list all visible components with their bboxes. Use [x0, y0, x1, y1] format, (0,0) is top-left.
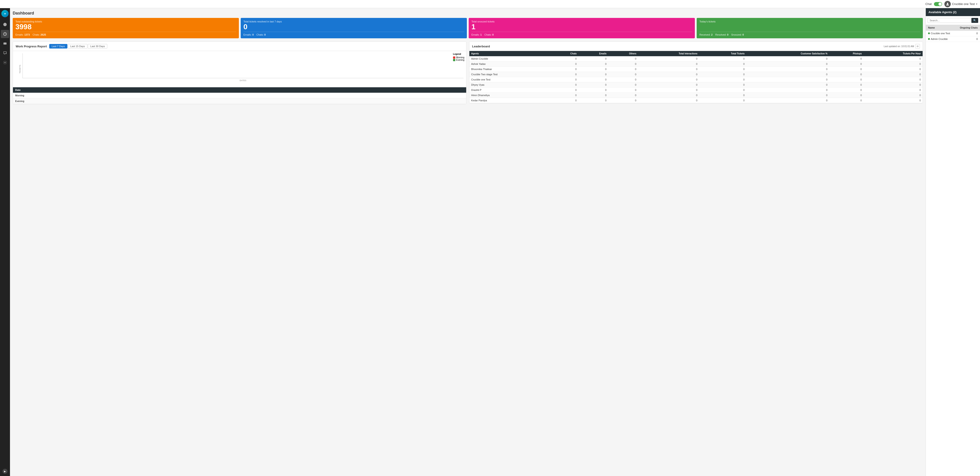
list-item: Crucible one Test 0: [926, 30, 980, 36]
sidebar-item-ticket[interactable]: [1, 40, 9, 48]
page-title: Dashboard: [13, 11, 923, 16]
table-row: Drashti P 0 0 0 0 0 0 0 0: [469, 87, 923, 93]
col-emails: Emails: [579, 51, 608, 56]
agent-chats: 0: [551, 67, 579, 72]
agents-table-header-row: Name Ongoing Chats: [926, 25, 980, 30]
agent-emails: 0: [579, 62, 608, 67]
agent-chats: 0: [551, 56, 579, 62]
col-total-tickets: Total Tickets: [699, 51, 746, 56]
table-row: Crucible one Test 0 0 0 0 0 0 0 0: [469, 77, 923, 82]
today-resolved: Resolved: 0: [715, 33, 729, 36]
agent-others: 0: [608, 72, 638, 77]
tab-last-15-days[interactable]: Last 15 Days: [68, 44, 88, 49]
today-received: Received: 2: [699, 33, 713, 36]
agent-name: Crucible one Test: [926, 30, 955, 36]
col-csat: Customer Satisfaction %: [746, 51, 829, 56]
agent-total-tickets: 0: [699, 82, 746, 87]
table-row: Bhoomika Thakkar 0 0 0 0 0 0 0 0: [469, 67, 923, 72]
table-row: Crucible Two stage Test 0 0 0 0 0 0 0 0: [469, 72, 923, 77]
stat-card-resolved: Total tickets resolved in last 7 days 0 …: [241, 18, 467, 38]
tab-last-30-days[interactable]: Last 30 Days: [88, 44, 107, 49]
refresh-button[interactable]: ⟳: [915, 44, 920, 49]
resolved-footer: Emails: 0 Chats: 0: [243, 32, 464, 36]
leaderboard-meta: Last updated on: 10:01:01 AM ⟳: [884, 44, 920, 49]
agent-tph: 0: [864, 56, 923, 62]
outstanding-title: Total outstanding tickets: [16, 20, 236, 23]
user-menu[interactable]: Crucible one Test ▾: [944, 1, 977, 7]
tab-last-7-days[interactable]: Last 7 Days: [49, 44, 67, 49]
agent-total-interactions: 0: [638, 93, 699, 98]
app-layout: ● ▶ Dashboard Total outstanding tickets …: [0, 8, 980, 476]
evening-row: Evening: [13, 98, 466, 104]
agent-others: 0: [608, 82, 638, 87]
agent-csat: 0: [746, 87, 829, 93]
agent-total-tickets: 0: [699, 72, 746, 77]
agent-pitstops: 0: [829, 62, 864, 67]
outstanding-value: 3998: [16, 23, 236, 31]
agent-csat: 0: [746, 93, 829, 98]
agent-pitstops: 0: [829, 82, 864, 87]
agent-csat: 0: [746, 56, 829, 62]
chat-toggle[interactable]: [934, 2, 942, 6]
agent-total-tickets: 0: [699, 93, 746, 98]
table-row: Morning: [13, 93, 466, 98]
outstanding-footer: Emails: 1373 Chats: 2625: [16, 32, 236, 36]
agents-search-input[interactable]: [928, 18, 970, 23]
sidebar: ● ▶: [0, 8, 10, 476]
col-ongoing-chats: Ongoing Chats: [955, 25, 980, 30]
table-row: Kedar Pandya 0 0 0 0 0 0 0 0: [469, 98, 923, 103]
status-dot: [928, 38, 930, 40]
work-progress-card: Work Progress Report Last 7 Days Last 15…: [13, 41, 466, 104]
list-item: Admin Crucible 0: [926, 36, 980, 42]
morning-row: Morning: [13, 93, 466, 98]
svg-point-0: [947, 3, 948, 4]
agent-pitstops: 0: [829, 77, 864, 82]
col-chats: Chats: [551, 51, 579, 56]
work-table: Date Morning Evening: [13, 87, 466, 104]
agent-tph: 0: [864, 67, 923, 72]
agent-total-interactions: 0: [638, 62, 699, 67]
snoozed-footer: Emails: 1 Chats: 0: [471, 32, 692, 36]
agent-chats: 0: [551, 77, 579, 82]
col-pitstops: Pitstops: [829, 51, 864, 56]
sidebar-item-settings[interactable]: [1, 59, 9, 67]
agent-total-interactions: 0: [638, 82, 699, 87]
agent-others: 0: [608, 62, 638, 67]
left-panel: Work Progress Report Last 7 Days Last 15…: [13, 41, 466, 106]
leaderboard-scroll[interactable]: Agents Chats Emails Others Total Interac…: [469, 51, 923, 103]
sidebar-item-home[interactable]: [1, 21, 9, 29]
agents-search-button[interactable]: 🔍: [971, 18, 978, 23]
resolved-chats: Chats: 0: [256, 33, 266, 36]
right-panel: Leaderboard Last updated on: 10:01:01 AM…: [469, 41, 923, 106]
agent-name: Admin Crucible: [469, 56, 551, 62]
chart-area: DATES: [22, 53, 463, 81]
sidebar-item-clock[interactable]: [1, 30, 9, 38]
today-title: Today's tickets: [699, 20, 920, 23]
agent-pitstops: 0: [829, 67, 864, 72]
content-row: Work Progress Report Last 7 Days Last 15…: [13, 41, 923, 106]
agent-others: 0: [608, 77, 638, 82]
agent-chats: 0: [551, 93, 579, 98]
table-row: Dhyey Vyas 0 0 0 0 0 0 0 0: [469, 82, 923, 87]
agent-chats: 0: [551, 62, 579, 67]
leaderboard-header: Leaderboard Last updated on: 10:01:01 AM…: [469, 42, 923, 51]
agent-others: 0: [608, 93, 638, 98]
resolved-title: Total tickets resolved in last 7 days: [243, 20, 464, 23]
chart-svg: [22, 53, 463, 78]
agent-total-tickets: 0: [699, 87, 746, 93]
home-icon: [3, 22, 7, 27]
agents-panel-title: Available Agents (2): [926, 8, 980, 16]
sidebar-expand-button[interactable]: ▶: [3, 469, 8, 474]
svg-rect-5: [3, 43, 6, 44]
agent-chats: 0: [551, 72, 579, 77]
sidebar-item-chat[interactable]: [1, 49, 9, 57]
today-footer: Received: 2 Resolved: 0 Snoozed: 0: [699, 32, 920, 36]
agent-total-tickets: 0: [699, 56, 746, 62]
agent-pitstops: 0: [829, 56, 864, 62]
agent-others: 0: [608, 56, 638, 62]
status-dot: [928, 32, 930, 34]
agent-name: Admin Crucible: [926, 36, 955, 42]
agent-csat: 0: [746, 98, 829, 103]
agent-total-interactions: 0: [638, 56, 699, 62]
today-snoozed: Snoozed: 0: [731, 33, 744, 36]
